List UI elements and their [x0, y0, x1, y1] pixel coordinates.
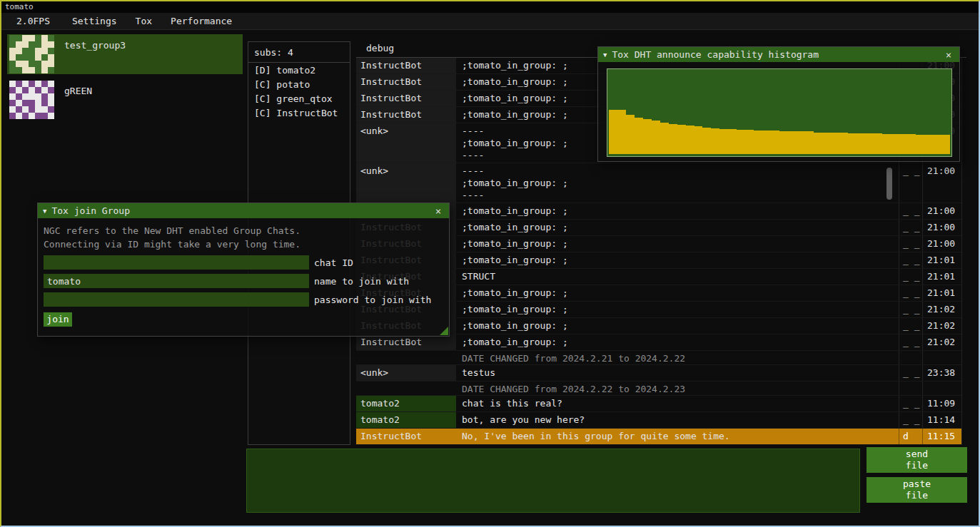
chat-row-flags: _ _: [899, 302, 922, 317]
chat-row-flags: _ _: [899, 412, 922, 428]
chat-row-flags: _ _: [899, 285, 922, 301]
histogram-bar: [643, 119, 652, 154]
chat-row-flags: _ _: [899, 163, 922, 203]
chat-row-flags: _ _: [899, 220, 922, 235]
histogram-bar: [635, 118, 643, 154]
group-name: gREEN: [64, 86, 92, 96]
chat-row-author: <unk>: [356, 123, 456, 163]
histogram-bar: [779, 131, 788, 154]
chat-row-message: ;tomato_in_group: ;: [456, 302, 899, 317]
subs-list-item[interactable]: [C] potato: [248, 77, 350, 91]
histogram-bar: [882, 134, 891, 154]
chat-row: InstructBot ;tomato_in_group: ; _ _ 21:0…: [356, 334, 961, 351]
histogram-bar: [890, 134, 899, 154]
chat-row: DATE CHANGED from 2024.2.21 to 2024.2.22: [356, 351, 961, 365]
chat-row-message: DATE CHANGED from 2024.2.21 to 2024.2.22: [456, 351, 899, 364]
histogram-bar: [745, 130, 754, 154]
join-fields: chat ID tomato name to join with passwor…: [44, 255, 443, 307]
chat-row-message: chat is this real?: [456, 396, 899, 411]
histogram-bar: [857, 133, 865, 154]
histogram-bar: [626, 115, 635, 154]
chat-row: tomato2 bot, are you new here? _ _ 11:14: [356, 412, 961, 429]
chat-row-author: InstructBot: [356, 74, 456, 90]
histogram-bar: [814, 133, 822, 154]
join-input[interactable]: tomato: [44, 274, 309, 288]
chat-row-time: 21:01: [922, 252, 961, 268]
chat-row: <unk> ---- ;tomato_in_group: ; ---- _ _ …: [356, 163, 961, 203]
menu-item[interactable]: Tox: [126, 13, 161, 29]
histogram-window-title: Tox DHT announce capability histogram: [612, 49, 943, 60]
chat-row-message: ;tomato_in_group: ;: [456, 203, 899, 219]
chat-row-time: 21:01: [922, 269, 961, 285]
chat-row-flags: _ _: [899, 252, 922, 268]
histogram-bar: [899, 134, 907, 154]
chat-row-message: bot, are you new here?: [456, 412, 899, 428]
chat-row-flags: _ _: [899, 318, 922, 334]
join-field-row: password to join with: [44, 292, 443, 307]
chat-row-time: 21:00: [922, 203, 961, 219]
histogram-bar: [686, 126, 694, 154]
subs-list-item[interactable]: [C] InstructBot: [248, 106, 350, 120]
histogram-bar: [719, 129, 728, 154]
chat-row-author: InstructBot: [356, 107, 456, 123]
histogram-bar: [677, 125, 686, 154]
subs-list-item[interactable]: [C] green_qtox: [248, 91, 350, 106]
group-list-item[interactable]: test_group3: [7, 34, 243, 74]
histogram-bar: [822, 133, 831, 154]
group-list: test_group3 gREEN: [7, 34, 243, 126]
chat-row-flags: [899, 351, 922, 364]
close-icon[interactable]: ×: [433, 205, 444, 217]
chat-row-author: InstructBot: [356, 91, 456, 106]
histogram-bar: [839, 133, 848, 154]
chat-row-message: ;tomato_in_group: ;: [456, 318, 899, 334]
group-name: test_group3: [64, 40, 126, 51]
join-input[interactable]: [44, 292, 309, 307]
chat-row-author: [356, 382, 456, 395]
histogram-bar: [874, 133, 882, 154]
menu-item[interactable]: Settings: [63, 13, 126, 29]
window-titlebar: tomato: [1, 1, 979, 13]
chat-row-flags: _ _: [899, 396, 922, 411]
join-button[interactable]: join: [44, 312, 72, 327]
join-window-title: Tox join Group: [51, 205, 433, 216]
join-input-label: password to join with: [314, 295, 431, 305]
subs-list-item[interactable]: [D] tomato2: [248, 63, 350, 77]
close-icon[interactable]: ×: [943, 49, 954, 61]
collapse-arrow-icon[interactable]: ▼: [43, 208, 46, 215]
chat-row-time: 21:02: [922, 334, 961, 350]
resize-grip-icon[interactable]: [440, 327, 448, 335]
chat-row-message: STRUCT: [456, 269, 899, 285]
send-file-button[interactable]: send file: [867, 447, 967, 473]
join-window-body: NGC refers to the New DHT enabled Group …: [38, 218, 449, 332]
chat-row-flags: d: [899, 429, 922, 444]
chat-row-author: InstructBot: [356, 58, 456, 73]
paste-file-button[interactable]: paste file: [867, 477, 967, 503]
chat-row-flags: _ _: [899, 203, 922, 219]
join-input-label: name to join with: [314, 276, 409, 287]
chat-row-time: 11:14: [922, 412, 961, 428]
group-list-item[interactable]: gREEN: [7, 80, 243, 120]
join-input[interactable]: [44, 255, 309, 270]
join-info-line2: Connecting via ID might take a very long…: [44, 237, 443, 251]
histogram-bar: [669, 124, 677, 154]
chat-row: tomato2 chat is this real? _ _ 11:09: [356, 396, 961, 412]
collapse-arrow-icon[interactable]: ▼: [603, 51, 607, 58]
menu-item[interactable]: Performance: [161, 13, 241, 29]
chat-scrollbar-thumb[interactable]: [886, 168, 892, 200]
chat-row-flags: _ _: [899, 365, 922, 381]
join-info-line1: NGC refers to the New DHT enabled Group …: [44, 224, 443, 237]
histogram-bar: [754, 131, 762, 154]
chat-row-time: 21:02: [922, 302, 961, 317]
chat-row-time: 21:00: [922, 220, 961, 235]
join-window-titlebar[interactable]: ▼ Tox join Group ×: [38, 203, 449, 218]
chat-row-message: ;tomato_in_group: ;: [456, 285, 899, 301]
histogram-bar: [865, 133, 874, 154]
histogram-window-titlebar[interactable]: ▼ Tox DHT announce capability histogram …: [598, 47, 959, 62]
chat-row-flags: [899, 382, 922, 395]
message-input[interactable]: [246, 449, 860, 513]
chat-row-message: ---- ;tomato_in_group: ; ----: [456, 163, 899, 203]
histogram-bar: [788, 131, 797, 154]
chat-row-author: <unk>: [356, 365, 456, 381]
join-input-label: chat ID: [314, 257, 353, 268]
histogram-bar: [916, 135, 924, 154]
